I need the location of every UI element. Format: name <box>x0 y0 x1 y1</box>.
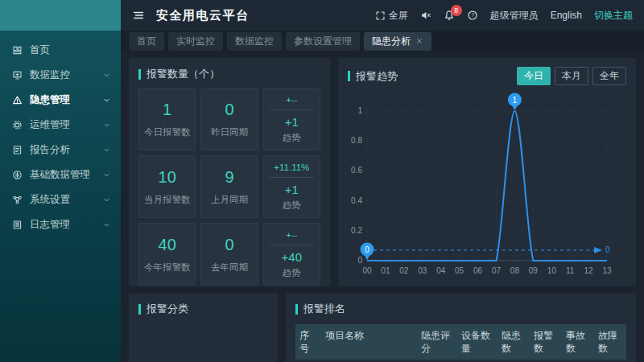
panel-header: 报警排名 <box>286 293 636 323</box>
chevron-down-icon <box>102 171 111 179</box>
panel-header: 报警趋势 今日本月全年 <box>338 58 636 92</box>
username[interactable]: 超级管理员 <box>490 9 539 23</box>
svg-text:1: 1 <box>357 106 362 115</box>
title-accent-bar <box>295 304 298 315</box>
panel-title: 报警数量（个） <box>147 67 220 81</box>
stat-value: 9 <box>225 168 233 187</box>
menu-icon[interactable] <box>132 9 145 22</box>
header-bar: 安全用电云平台 全屏 8 ? 超级管理员 English 切换主题 <box>121 0 644 31</box>
close-icon[interactable] <box>415 37 423 45</box>
sidebar-item-label: 报告分析 <box>30 143 70 157</box>
sidebar-item-7[interactable]: 系统设置 <box>0 187 121 212</box>
trend-card: +-- +1 趋势 <box>263 88 320 150</box>
tab-3[interactable]: 数据监控 <box>227 32 282 51</box>
sidebar-item-4[interactable]: 运维管理 <box>0 113 121 138</box>
svg-text:12: 12 <box>584 266 594 275</box>
report-icon <box>12 145 23 155</box>
alarm-classification-panel: 报警分类 事故 <box>129 293 278 362</box>
range-button-全年[interactable]: 全年 <box>592 67 626 85</box>
tab-label: 数据监控 <box>235 35 274 48</box>
tab-2[interactable]: 实时监控 <box>168 32 223 51</box>
app-title: 安全用电云平台 <box>156 8 250 23</box>
trend-label: 趋势 <box>283 132 301 144</box>
trend-percent: +-- <box>286 95 297 105</box>
ops-icon <box>12 120 23 130</box>
alarm-ranking-panel: 报警排名 序号项目名称隐患评分设备数量隐患数报警数事故数故障数 1上海市某某某某… <box>286 293 636 362</box>
sidebar-item-8[interactable]: 日志管理 <box>0 212 121 237</box>
svg-text:06: 06 <box>473 266 483 275</box>
range-button-今日[interactable]: 今日 <box>517 67 551 85</box>
stat-value: 10 <box>159 168 176 187</box>
sidebar-item-label: 运维管理 <box>30 118 70 132</box>
trend-label: 趋势 <box>283 267 301 279</box>
chevron-down-icon <box>102 71 111 80</box>
fullscreen-button[interactable]: 全屏 <box>375 9 408 23</box>
title-accent-bar <box>348 71 350 81</box>
sidebar-item-1[interactable]: 首页 <box>0 38 121 63</box>
svg-text:1: 1 <box>513 96 518 105</box>
warning-icon <box>12 95 23 105</box>
svg-text:?: ? <box>471 12 474 18</box>
svg-text:08: 08 <box>510 266 520 275</box>
svg-text:13: 13 <box>602 266 612 275</box>
header: 安全用电云平台 全屏 8 ? 超级管理员 English 切换主题 <box>0 0 644 31</box>
svg-text:07: 07 <box>492 266 502 275</box>
divider <box>269 109 314 110</box>
tab-label: 实时监控 <box>176 35 215 48</box>
language-switch[interactable]: English <box>551 10 582 21</box>
mute-icon[interactable] <box>420 10 431 21</box>
tab-label: 参数设置管理 <box>294 35 352 48</box>
stat-label: 昨日同期 <box>211 126 248 138</box>
stat-label: 今年报警数 <box>144 261 191 274</box>
trend-label: 趋势 <box>283 200 301 212</box>
sidebar-item-6[interactable]: 基础数据管理 <box>0 162 121 187</box>
log-icon <box>12 220 23 230</box>
svg-text:0.2: 0.2 <box>351 226 362 235</box>
tab-1[interactable]: 首页 <box>129 32 164 51</box>
sidebar-item-5[interactable]: 报告分析 <box>0 138 121 162</box>
header-actions: 全屏 8 ? 超级管理员 English 切换主题 <box>375 9 633 23</box>
stat-value: 0 <box>225 101 233 119</box>
range-button-本月[interactable]: 本月 <box>555 67 588 85</box>
tab-label: 首页 <box>137 35 156 48</box>
stat-label: 今日报警数 <box>144 126 191 138</box>
logo-area <box>0 0 121 31</box>
chevron-down-icon <box>102 220 111 229</box>
sidebar-item-label: 基础数据管理 <box>30 168 90 182</box>
table-column-header: 隐患评分 <box>417 324 457 360</box>
divider <box>269 177 314 178</box>
tab-label: 隐患分析 <box>372 35 411 48</box>
trend-chart-svg: 00.20.40.60.8100010203040506070809101112… <box>345 92 628 282</box>
alarm-trend-panel: 报警趋势 今日本月全年 00.20.40.60.8100010203040506… <box>338 58 636 286</box>
table-column-header: 项目名称 <box>321 324 417 360</box>
sidebar-item-2[interactable]: 数据监控 <box>0 63 121 88</box>
home-icon <box>12 45 23 56</box>
svg-text:05: 05 <box>455 266 464 275</box>
tab-5[interactable]: 隐患分析 <box>364 32 431 51</box>
notifications-button[interactable]: 8 <box>444 10 455 21</box>
fullscreen-icon <box>375 10 386 21</box>
alarm-count-panel: 报警数量（个） 1 今日报警数0 昨日同期+-- +1 趋势10 当月报警数9 … <box>129 58 330 286</box>
range-button-group: 今日本月全年 <box>517 67 626 85</box>
tab-4[interactable]: 参数设置管理 <box>286 32 360 51</box>
table-column-header: 事故数 <box>562 324 594 360</box>
svg-text:04: 04 <box>436 266 446 275</box>
panel-title: 报警分类 <box>147 302 188 316</box>
trend-card: +-- +40 趋势 <box>263 223 320 286</box>
database-icon <box>12 170 23 180</box>
table-column-header: 序号 <box>295 324 321 360</box>
sidebar-item-3[interactable]: 隐患管理 <box>0 88 121 113</box>
stat-card: 40 今年报警数 <box>138 223 196 286</box>
help-icon[interactable]: ? <box>467 10 478 21</box>
stat-value: 0 <box>225 236 233 254</box>
chevron-down-icon <box>102 146 111 154</box>
stat-label: 去年同期 <box>211 261 248 274</box>
svg-text:0: 0 <box>365 245 369 254</box>
svg-text:0: 0 <box>605 245 610 254</box>
table-column-header: 设备数量 <box>457 324 497 360</box>
svg-text:0: 0 <box>357 256 362 265</box>
stat-value: 1 <box>163 101 171 119</box>
sidebar-item-label: 系统设置 <box>30 193 70 207</box>
theme-toggle[interactable]: 切换主题 <box>594 9 633 23</box>
chevron-down-icon <box>102 195 111 204</box>
